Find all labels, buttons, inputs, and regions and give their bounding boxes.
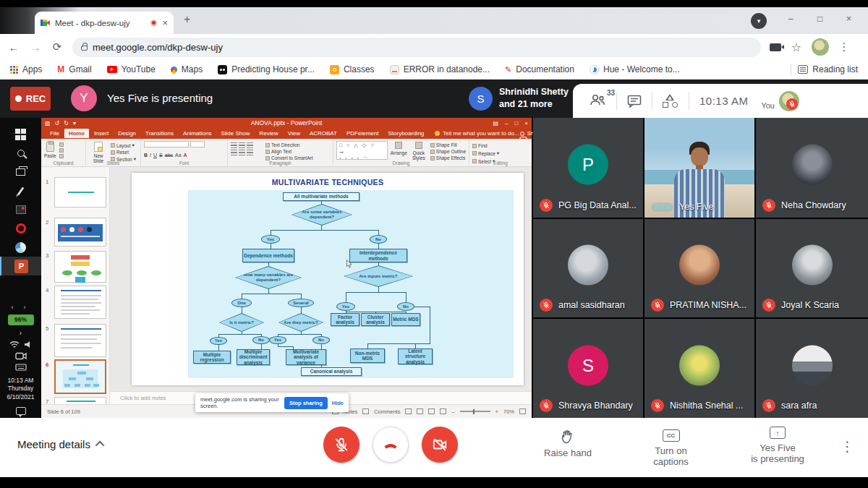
bookmark-apps[interactable]: Apps [10,64,42,74]
zoom-in-icon[interactable]: + [495,408,498,415]
url-bar[interactable]: meet.google.com/dkp-desw-ujy [72,38,761,57]
tab-close-icon[interactable]: × [162,18,168,27]
mic-toggle-button[interactable] [323,427,359,463]
start-button[interactable] [0,125,41,144]
slide-thumbnail-6-current[interactable] [54,359,106,394]
keyboard-icon[interactable] [15,364,27,371]
ribbon-tab-acrobat[interactable]: ACROBAT [305,129,341,138]
zoom-slider[interactable] [460,411,490,412]
participant-tile[interactable]: P PG Big Data Anal... [533,118,643,218]
back-icon[interactable]: ← [7,41,20,53]
taskbar-clock[interactable]: 10:13 AM Thursday 6/10/2021 [7,377,35,401]
shape-effects-button[interactable]: Shape Effects [430,155,466,160]
ribbon-options-icon[interactable]: ▤ [493,120,498,127]
bookmark-maps[interactable]: Maps [171,64,203,74]
reload-icon[interactable]: ⟳ [51,40,64,53]
find-button[interactable]: Find [472,143,499,148]
window-maximize-button[interactable]: □ [817,14,822,24]
meeting-details-button[interactable]: Meeting details [17,438,104,450]
camera-in-use-icon[interactable] [770,43,781,51]
participant-tile[interactable]: sara afra [756,319,868,418]
window-close-button[interactable]: × [846,14,851,24]
participant-tile-video[interactable]: Yes Five [644,118,754,218]
participant-tile[interactable]: amal sasidharan [533,219,643,317]
copy-button[interactable] [59,148,64,153]
self-view[interactable]: You [761,91,799,111]
slide-thumbnail-2[interactable] [54,218,106,247]
opera-icon[interactable] [0,219,41,238]
ribbon-tab-pdfelement[interactable]: PDFelement [342,129,383,138]
quick-styles-button[interactable]: Quick Styles [410,141,427,160]
underline-button[interactable]: U [153,153,157,158]
ink-workspace-icon[interactable] [0,181,41,200]
normal-view-icon[interactable] [405,408,412,414]
ribbon-tab-design[interactable]: Design [114,129,140,138]
powerpoint-taskbar-icon[interactable]: P [0,257,41,275]
ribbon-tab-insert[interactable]: Insert [90,129,113,138]
tray-arrows-icon[interactable]: ‹› [6,304,36,311]
ribbon-tab-slideshow[interactable]: Slide Show [216,129,254,138]
bookmark-error-datanode[interactable]: ERROR in datanode... [390,64,490,74]
profile-avatar[interactable] [812,38,829,56]
strikethrough-button[interactable]: S [159,153,163,158]
window-minimize-button[interactable]: – [788,14,793,24]
camera-toggle-button[interactable] [422,427,458,463]
new-tab-button[interactable]: + [184,13,190,26]
presentation-status-button[interactable]: ↑ Yes Fiveis presenting [741,427,814,464]
cut-button[interactable] [59,142,64,147]
font-color-button[interactable]: A [184,153,187,158]
reading-view-icon[interactable] [428,408,435,414]
case-button[interactable]: Aa [175,153,182,158]
font-name-select[interactable] [144,141,189,147]
ppt-minimize-icon[interactable]: – [505,120,508,127]
align-buttons[interactable] [231,150,263,155]
slide-thumbnail-3[interactable] [54,251,106,283]
ribbon-tab-animations[interactable]: Animations [179,129,216,138]
participant-tile[interactable]: PRATIMA NISHA... [644,219,754,317]
chat-icon[interactable] [627,95,642,108]
italic-button[interactable]: I [150,153,151,158]
ribbon-tab-review[interactable]: Review [255,129,282,138]
raise-hand-button[interactable]: Raise hand [542,428,593,458]
paste-button[interactable]: Paste [44,141,56,158]
comments-toggle-label[interactable]: Comments [374,408,400,415]
ppt-restore-icon[interactable]: □ [514,120,518,127]
zoom-out-icon[interactable]: – [451,408,454,415]
text-direction-button[interactable]: Text Direction [265,142,312,147]
browser-menu-icon[interactable]: ⋮ [838,40,851,53]
captions-button[interactable]: CC Turn on captions [637,429,705,467]
clear-format-button[interactable]: abc [165,153,173,158]
slide-thumbnail-5[interactable] [54,324,106,357]
reading-list-button[interactable]: Reading list [798,64,858,74]
bookmark-star-icon[interactable]: ☆ [790,40,803,54]
sorter-view-icon[interactable] [417,408,423,414]
bookmark-gmail[interactable]: M Gmail [57,64,91,74]
shape-gallery[interactable]: □ ○ △ ◇ ☆ ⇒( ) { } ⌒ ～ [336,141,388,160]
more-options-icon[interactable]: ⋮ [841,438,854,455]
zoom-level[interactable]: 70% [503,408,514,415]
ribbon-tab-home[interactable]: Home [64,129,89,138]
comments-toggle-icon[interactable] [362,408,369,414]
hide-toast-button[interactable]: Hide [332,400,344,406]
camera-tray-icon[interactable] [15,352,27,360]
forward-icon[interactable]: → [29,41,42,53]
participant-tile[interactable]: Neha Chowdary [756,118,868,218]
stop-sharing-button[interactable]: Stop sharing [284,397,328,409]
replace-button[interactable]: Replace▾ [472,150,499,156]
bold-button[interactable]: B [144,153,148,158]
mail-app-icon[interactable] [0,200,41,219]
participant-tile[interactable]: Nishitha Snehal ... [644,319,754,418]
taskbar-search-icon[interactable] [0,144,41,163]
bullets-button[interactable] [231,142,263,148]
shape-outline-button[interactable]: Shape Outline [430,149,466,154]
bookmark-youtube[interactable]: YouTube [107,64,156,74]
media-controls-button[interactable]: ▾ [751,13,767,29]
align-text-button[interactable]: Align Text [265,149,312,154]
ppt-close-icon[interactable]: × [524,120,528,127]
format-painter-button[interactable] [59,154,64,158]
browser-tab[interactable]: Meet - dkp-desw-ujy × [35,12,174,34]
slide-canvas[interactable]: MULTIVARIATE TECHNIQUES All multivariate… [132,173,524,385]
slide-thumbnail-7[interactable] [54,397,106,404]
smartart-button[interactable]: Convert to SmartArt [265,155,312,160]
ribbon-tab-storyboarding[interactable]: Storyboarding [383,129,428,138]
